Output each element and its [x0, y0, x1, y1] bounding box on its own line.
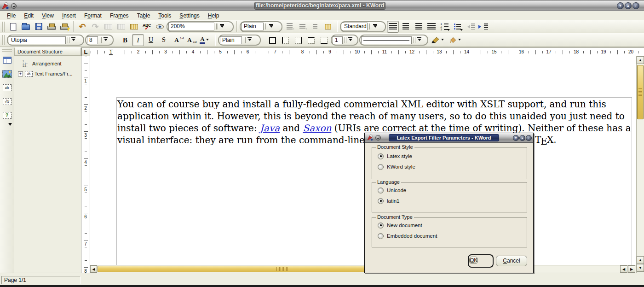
insert-link-button[interactable] [322, 21, 334, 33]
background-color-button[interactable] [447, 34, 463, 46]
chevron-down-icon[interactable] [247, 37, 252, 43]
decrease-indent-button[interactable] [464, 21, 476, 33]
insert-text-frame-button[interactable]: ab [1, 82, 13, 94]
insert-formula-button[interactable]: √x [1, 95, 13, 107]
redo-button[interactable] [89, 21, 101, 33]
saxon-link[interactable]: Saxon [303, 123, 331, 134]
undo-button[interactable] [76, 21, 88, 33]
chevron-down-icon[interactable] [417, 37, 421, 43]
sticky-button[interactable] [375, 135, 381, 141]
superscript-button[interactable] [171, 34, 183, 46]
save-button[interactable] [33, 21, 45, 33]
raise-frame-button[interactable] [128, 21, 140, 33]
font-family-combobox[interactable]: Utopia [7, 35, 84, 46]
menu-item-frames[interactable]: Frames [106, 12, 133, 19]
italic-button[interactable]: I [132, 34, 144, 46]
menu-item-insert[interactable]: Insert [58, 12, 80, 19]
bold-button[interactable]: B [119, 34, 131, 46]
chevron-down-icon[interactable] [348, 37, 352, 43]
scroll-up-icon[interactable]: ▲ [637, 56, 644, 64]
paragraph-style-value[interactable]: Plain [242, 23, 264, 30]
zoom-combobox[interactable]: 200% [167, 21, 234, 32]
chevron-down-icon[interactable] [104, 37, 108, 43]
java-link[interactable]: Java [260, 123, 280, 134]
radio-unicode[interactable]: Unicode [378, 187, 527, 194]
edit-frame-button[interactable] [102, 21, 114, 33]
chevron-down-icon[interactable] [460, 29, 463, 32]
insert-object-button[interactable]: ? [1, 109, 13, 121]
insert-footnote-button[interactable]: * [283, 21, 295, 33]
border-color-button[interactable] [429, 34, 446, 46]
close-icon[interactable]: ∕ [526, 135, 532, 141]
print-button[interactable] [46, 21, 58, 33]
scroll-right-icon[interactable]: ▶ [628, 265, 635, 273]
vertical-scrollbar[interactable]: ▲ ▲ ▼ [636, 56, 644, 273]
align-justify-button[interactable] [426, 21, 437, 33]
chevron-down-icon[interactable] [71, 37, 75, 43]
spellcheck-button[interactable]: ABC ✓ [141, 21, 153, 33]
insert-table-button[interactable] [1, 54, 13, 66]
menu-item-format[interactable]: Format [80, 12, 106, 19]
insert-comment-button[interactable] [309, 21, 321, 33]
menu-item-view[interactable]: View [38, 12, 58, 19]
cancel-button[interactable]: Cancel [496, 256, 527, 266]
border-top-button[interactable] [305, 34, 317, 46]
delete-frame-button[interactable] [115, 21, 127, 33]
print-preview-button[interactable] [58, 21, 70, 33]
sticky-button[interactable] [11, 3, 17, 9]
radio-embedded-document[interactable]: Embedded document [378, 232, 527, 240]
scroll-up-icon[interactable]: ▲ [637, 256, 644, 264]
open-button[interactable] [20, 21, 32, 33]
radio-latin1[interactable]: latin1 [378, 197, 527, 205]
chevron-down-icon[interactable] [220, 24, 224, 29]
frame-style-value[interactable]: Plain [220, 36, 242, 44]
border-line-style-combobox[interactable] [359, 35, 428, 46]
formatting-preview-button[interactable] [154, 21, 166, 33]
tab-stop-selector[interactable]: L [81, 47, 90, 56]
zoom-value[interactable]: 200% [168, 23, 214, 30]
window-titlebar[interactable]: file:/home/peter/doc/beginlatex/para.xml… [0, 0, 644, 11]
insert-picture-button[interactable] [1, 68, 13, 80]
menu-item-edit[interactable]: Edit [20, 12, 38, 19]
toolbar-handle[interactable] [2, 35, 5, 45]
font-family-value[interactable]: Utopia [9, 36, 66, 44]
horizontal-scrollbar[interactable]: ◀ ◀ ▶ [90, 265, 636, 273]
strikethrough-button[interactable]: S [158, 34, 170, 46]
chevron-down-icon[interactable] [458, 39, 461, 42]
vertical-scrollbar-thumb[interactable] [637, 65, 644, 119]
minimize-icon[interactable]: ▼ [513, 135, 519, 141]
subscript-button[interactable] [184, 34, 196, 46]
toolbar-handle[interactable] [2, 49, 12, 52]
menu-item-file[interactable]: File [3, 12, 20, 19]
border-all-button[interactable] [266, 34, 278, 46]
chevron-down-icon[interactable] [269, 24, 273, 29]
chevron-down-icon[interactable] [206, 39, 209, 42]
menu-item-table[interactable]: Table [133, 12, 155, 19]
font-size-combobox[interactable]: 8 [85, 35, 114, 46]
border-width-combobox[interactable]: 1 [331, 35, 358, 46]
insert-variable-button[interactable]: * [296, 21, 308, 33]
border-left-button[interactable] [279, 34, 291, 46]
menu-item-settings[interactable]: Settings [175, 12, 203, 19]
minimize-icon[interactable]: ▼ [617, 2, 624, 9]
ok-button[interactable]: OK [469, 257, 478, 264]
tree-item-arrangement[interactable]: 1.1.1–1.2– Arrangement [18, 59, 80, 69]
tree-item-text-frames[interactable]: + ab Text Frames/Fr... [18, 69, 80, 79]
numbered-list-button[interactable] [438, 21, 450, 33]
radio-new-document[interactable]: New document [378, 222, 527, 229]
font-color-button[interactable]: A [196, 34, 212, 46]
chevron-down-icon[interactable] [447, 29, 450, 32]
align-center-button[interactable] [400, 21, 412, 33]
border-line-style-value[interactable] [361, 36, 412, 44]
dialog-titlebar[interactable]: Latex Export Filter Parameters - KWord ▼… [365, 133, 533, 143]
border-bottom-button[interactable] [318, 34, 330, 46]
maximize-icon[interactable]: ▲ [625, 2, 632, 9]
menu-item-help[interactable]: Help [204, 12, 224, 19]
bullet-list-button[interactable] [451, 21, 463, 33]
new-document-button[interactable] [7, 21, 19, 33]
font-size-value[interactable]: 8 [87, 36, 98, 44]
paragraph-style-combobox[interactable]: Plain [240, 21, 282, 32]
vertical-ruler[interactable]: 12345678 [81, 56, 90, 273]
document-canvas[interactable]: You can of course buy and install a full… [90, 56, 636, 265]
frame-style-combobox[interactable]: Plain [218, 35, 261, 46]
